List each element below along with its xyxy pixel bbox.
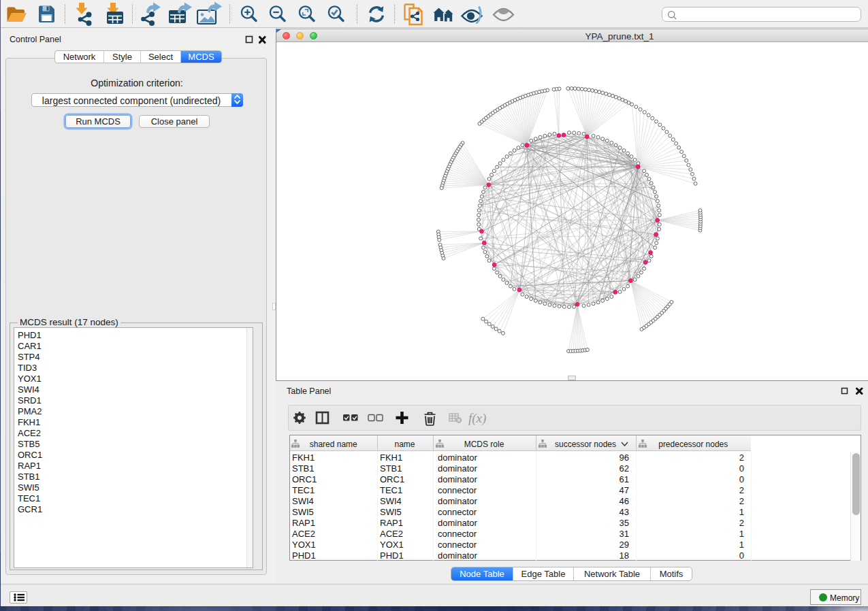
svg-text:f(x): f(x) (468, 411, 486, 426)
